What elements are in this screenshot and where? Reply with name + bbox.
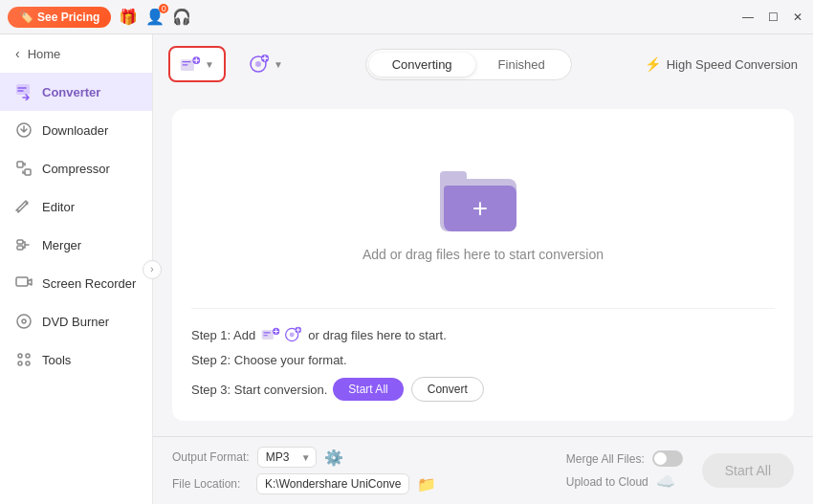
tab-finished[interactable]: Finished <box>475 53 568 77</box>
svg-rect-5 <box>17 246 23 250</box>
sidebar-item-merger[interactable]: Merger <box>0 226 152 264</box>
merge-all-files-toggle[interactable] <box>652 450 683 467</box>
sidebar-item-dvd-burner[interactable]: DVD Burner <box>0 302 152 340</box>
compressor-label: Compressor <box>42 162 110 176</box>
svg-rect-18 <box>262 330 274 340</box>
folder-open-icon[interactable]: 📁 <box>417 475 436 493</box>
add-media-icon <box>247 54 270 75</box>
svg-rect-3 <box>25 169 31 175</box>
bottom-right: Merge All Files: Upload to Cloud ☁️ <box>566 450 683 491</box>
title-bar: 🏷️ See Pricing 🎁 👤 0 🎧 — ☐ ✕ <box>0 0 813 34</box>
step3-start-all-button[interactable]: Start All <box>333 378 403 401</box>
compressor-icon <box>15 160 33 177</box>
step1-add-file-icon <box>261 326 280 343</box>
output-format-label: Output Format: <box>172 450 250 464</box>
converter-label: Converter <box>42 85 100 99</box>
maximize-button[interactable]: ☐ <box>765 10 780 25</box>
step-2-row: Step 2: Choose your format. <box>191 353 775 367</box>
minimize-button[interactable]: — <box>740 10 756 25</box>
file-location-input[interactable] <box>256 473 409 494</box>
high-speed-label: High Speed Conversion <box>667 57 798 72</box>
sidebar-collapse-button[interactable]: › <box>143 260 162 279</box>
svg-point-16 <box>255 61 261 67</box>
step3-convert-button[interactable]: Convert <box>411 377 484 402</box>
start-all-main-button[interactable]: Start All <box>702 453 794 488</box>
dvd-burner-label: DVD Burner <box>42 315 109 329</box>
downloader-icon <box>15 121 33 139</box>
upload-to-cloud-label: Upload to Cloud <box>566 475 648 489</box>
sidebar: ‹ Home Converter Downloader <box>0 34 153 504</box>
drop-zone-wrapper: + Add or drag files here to start conver… <box>153 94 813 436</box>
close-button[interactable]: ✕ <box>790 10 805 25</box>
merge-all-files-label: Merge All Files: <box>566 452 645 466</box>
bottom-bar: Output Format: MP3 MP4 AVI MOV ▼ ⚙️ File… <box>153 436 813 504</box>
step1-text: Step 1: Add <box>191 328 255 342</box>
output-format-select[interactable]: MP3 MP4 AVI MOV <box>257 447 317 468</box>
content-area: ▼ ▼ Converting Finished <box>153 34 813 504</box>
svg-rect-4 <box>17 240 23 244</box>
svg-point-9 <box>18 354 22 358</box>
editor-label: Editor <box>42 200 75 214</box>
dvd-burner-icon <box>15 313 33 330</box>
add-media-dropdown-arrow: ▼ <box>274 59 283 70</box>
sidebar-item-compressor[interactable]: Compressor <box>0 149 152 187</box>
upload-cloud-icon[interactable]: ☁️ <box>656 472 675 491</box>
drop-zone-upper: + Add or drag files here to start conver… <box>191 128 775 309</box>
see-pricing-button[interactable]: 🏷️ See Pricing <box>8 7 111 28</box>
tab-container: Converting Finished <box>365 49 572 80</box>
merger-icon <box>15 236 33 253</box>
high-speed-conversion[interactable]: ⚡ High Speed Conversion <box>645 56 798 72</box>
file-location-row: File Location: 📁 <box>172 473 547 494</box>
gift-icon[interactable]: 🎁 <box>119 8 138 26</box>
sidebar-item-tools[interactable]: Tools <box>0 340 152 379</box>
svg-rect-2 <box>17 162 23 167</box>
output-format-select-wrapper: MP3 MP4 AVI MOV ▼ <box>257 447 317 468</box>
lightning-icon: ⚡ <box>645 56 661 72</box>
svg-point-21 <box>290 333 295 338</box>
converter-icon <box>15 83 33 100</box>
step1-add-media-icon <box>283 326 302 343</box>
sidebar-home[interactable]: ‹ Home <box>0 34 152 73</box>
tab-converting[interactable]: Converting <box>369 53 475 77</box>
drop-zone-text: Add or drag files here to start conversi… <box>363 247 604 262</box>
svg-point-12 <box>26 362 30 365</box>
headset-icon[interactable]: 🎧 <box>172 8 191 26</box>
sidebar-item-converter[interactable]: Converter <box>0 73 152 111</box>
drop-zone-lower: Step 1: Add <box>191 309 775 402</box>
merge-all-files-row: Merge All Files: <box>566 450 683 467</box>
file-location-label: File Location: <box>172 477 249 491</box>
svg-rect-0 <box>16 84 30 95</box>
merger-label: Merger <box>42 238 81 252</box>
step1-icons <box>261 326 302 343</box>
tools-icon <box>15 351 33 368</box>
add-file-dropdown-arrow: ▼ <box>205 59 214 70</box>
screen-recorder-label: Screen Recorder <box>42 276 136 291</box>
sidebar-item-downloader[interactable]: Downloader <box>0 111 152 149</box>
user-icon[interactable]: 👤 0 <box>145 8 165 26</box>
sidebar-item-screen-recorder[interactable]: Screen Recorder <box>0 264 152 302</box>
tag-icon: 🏷️ <box>19 11 33 24</box>
toolbar: ▼ ▼ Converting Finished <box>153 34 813 94</box>
svg-point-8 <box>22 319 26 323</box>
sidebar-item-editor[interactable]: Editor <box>0 187 152 226</box>
add-file-icon <box>180 54 201 75</box>
home-label: Home <box>28 47 61 61</box>
tools-label: Tools <box>42 353 71 367</box>
folder-plus-icon: + <box>472 195 488 222</box>
folder-front: + <box>444 186 516 231</box>
add-file-button[interactable]: ▼ <box>168 46 226 82</box>
title-bar-left: 🏷️ See Pricing 🎁 👤 0 🎧 <box>8 7 740 28</box>
step-3-row: Step 3: Start conversion. Start All Conv… <box>191 377 775 402</box>
step-1-row: Step 1: Add <box>191 326 775 343</box>
svg-point-11 <box>18 362 22 365</box>
format-settings-icon[interactable]: ⚙️ <box>324 449 343 467</box>
screen-recorder-icon <box>15 274 33 292</box>
drop-zone[interactable]: + Add or drag files here to start conver… <box>172 109 794 421</box>
downloader-label: Downloader <box>42 123 108 138</box>
upload-to-cloud-row: Upload to Cloud ☁️ <box>566 472 675 491</box>
step2-text: Step 2: Choose your format. <box>191 353 347 367</box>
back-arrow-icon: ‹ <box>15 46 20 61</box>
svg-rect-6 <box>16 277 28 286</box>
step1-suffix: or drag files here to start. <box>308 328 447 342</box>
add-media-button[interactable]: ▼ <box>237 48 293 80</box>
